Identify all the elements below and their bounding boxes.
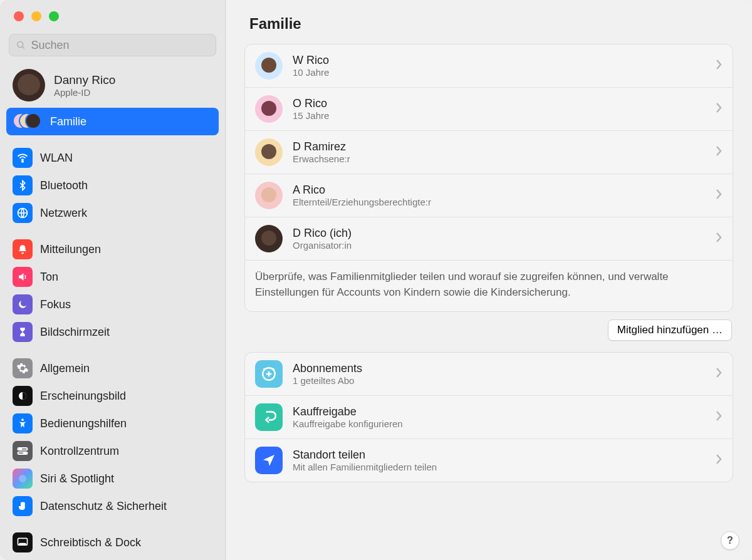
sidebar-item-screentime[interactable]: Bildschirmzeit — [6, 318, 219, 346]
sidebar-item-label: Erscheinungsbild — [40, 390, 126, 403]
member-sub: Erwachsene:r — [293, 153, 705, 164]
chevron-right-icon — [715, 189, 723, 202]
sidebar-item-label: Netzwerk — [40, 207, 87, 220]
add-member-button[interactable]: Mitglied hinzufügen … — [608, 319, 732, 341]
sidebar-item-appearance[interactable]: Erscheinungsbild — [6, 382, 219, 410]
siri-icon — [13, 469, 33, 489]
family-members-panel: W Rico 10 Jahre O Rico 15 Jahre D Ramire — [244, 44, 733, 312]
sidebar-item-label: Schreibtisch & Dock — [40, 536, 141, 549]
svg-line-1 — [22, 46, 24, 48]
sidebar-item-wlan[interactable]: WLAN — [6, 144, 219, 172]
sidebar-item-label: Bedienungshilfen — [40, 417, 127, 430]
sidebar-item-bluetooth[interactable]: Bluetooth — [6, 172, 219, 199]
svg-point-5 — [21, 418, 24, 421]
search-icon — [16, 39, 26, 51]
member-sub: Organisator:in — [293, 240, 705, 251]
help-button[interactable]: ? — [721, 531, 739, 550]
member-name: A Rico — [293, 184, 705, 197]
svg-rect-12 — [19, 544, 26, 545]
sidebar-item-general[interactable]: Allgemein — [6, 355, 219, 382]
member-name: D Rico (ich) — [293, 227, 705, 240]
feature-title: Abonnements — [293, 362, 705, 375]
svg-point-10 — [19, 475, 26, 482]
member-name: W Rico — [293, 54, 705, 67]
wifi-icon — [13, 148, 33, 168]
close-window-button[interactable] — [14, 11, 24, 21]
chevron-right-icon — [715, 454, 723, 467]
account-sublabel: Apple-ID — [54, 87, 115, 98]
family-avatars-icon — [13, 111, 43, 132]
sidebar-item-label: WLAN — [40, 152, 73, 165]
feature-row-purchase-sharing[interactable]: Kauffreigabe Kauffreigabe konfigurieren — [245, 396, 733, 439]
chevron-right-icon — [715, 59, 723, 73]
maximize-window-button[interactable] — [49, 11, 59, 21]
location-icon — [255, 447, 283, 474]
purchase-sharing-icon — [255, 403, 283, 431]
chevron-right-icon — [715, 410, 723, 424]
chevron-right-icon — [715, 102, 723, 116]
main-content: Familie W Rico 10 Jahre O Rico 15 Jahre — [226, 0, 752, 560]
svg-point-2 — [22, 161, 23, 162]
speaker-icon — [13, 267, 33, 287]
feature-sub: 1 geteiltes Abo — [293, 375, 705, 386]
sidebar-item-network[interactable]: Netzwerk — [6, 199, 219, 227]
gear-icon — [13, 358, 33, 378]
member-avatar — [255, 182, 283, 209]
feature-title: Kauffreigabe — [293, 405, 705, 418]
feature-row-location-sharing[interactable]: Standort teilen Mit allen Familienmitgli… — [245, 439, 733, 482]
sliders-icon — [13, 441, 33, 461]
search-field[interactable] — [9, 34, 216, 56]
account-name: Danny Rico — [54, 73, 115, 87]
bell-icon — [13, 239, 33, 259]
minimize-window-button[interactable] — [31, 11, 41, 21]
sidebar-item-label: Fokus — [40, 298, 71, 311]
bluetooth-icon — [13, 175, 33, 195]
family-member-row[interactable]: W Rico 10 Jahre — [245, 44, 733, 88]
sidebar-item-sound[interactable]: Ton — [6, 263, 219, 291]
family-members-footer-text: Überprüfe, was Familienmitglieder teilen… — [245, 261, 733, 311]
member-avatar — [255, 225, 283, 252]
sidebar-item-family[interactable]: Familie — [6, 108, 219, 135]
sidebar-item-label: Siri & Spotlight — [40, 472, 114, 485]
sidebar-item-desktop-dock[interactable]: Schreibtisch & Dock — [6, 529, 219, 556]
svg-point-9 — [24, 452, 26, 454]
chevron-right-icon — [715, 145, 723, 159]
family-member-row[interactable]: D Ramirez Erwachsene:r — [245, 131, 733, 174]
sidebar-item-label: Ton — [40, 271, 58, 284]
sidebar-item-siri[interactable]: Siri & Spotlight — [6, 465, 219, 492]
sidebar-item-label: Familie — [50, 115, 86, 128]
moon-icon — [13, 294, 33, 314]
feature-sub: Mit allen Familienmitgliedern teilen — [293, 462, 705, 472]
svg-point-0 — [18, 41, 23, 47]
member-sub: 15 Jahre — [293, 110, 705, 121]
feature-row-subscriptions[interactable]: Abonnements 1 geteiltes Abo — [245, 353, 733, 396]
chevron-right-icon — [715, 232, 723, 246]
sidebar-item-notifications[interactable]: Mitteilungen — [6, 236, 219, 263]
system-settings-window: Danny Rico Apple-ID Familie WLAN — [0, 0, 752, 560]
dock-icon — [13, 532, 33, 552]
sidebar-item-apple-id[interactable]: Danny Rico Apple-ID — [0, 63, 225, 108]
sidebar-item-label: Mitteilungen — [40, 243, 101, 256]
page-title: Familie — [244, 15, 733, 33]
sidebar-item-privacy[interactable]: Datenschutz & Sicherheit — [6, 492, 219, 520]
family-member-row[interactable]: O Rico 15 Jahre — [245, 88, 733, 131]
member-sub: 10 Jahre — [293, 67, 705, 78]
family-member-row[interactable]: D Rico (ich) Organisator:in — [245, 217, 733, 261]
window-controls — [0, 0, 225, 30]
member-name: O Rico — [293, 97, 705, 110]
svg-point-8 — [19, 448, 21, 450]
globe-icon — [13, 203, 33, 223]
sidebar-item-control-center[interactable]: Kontrollzentrum — [6, 437, 219, 465]
subscriptions-icon — [255, 360, 283, 388]
member-avatar — [255, 138, 283, 166]
appearance-icon — [13, 386, 33, 406]
help-label: ? — [727, 535, 733, 546]
sidebar-item-accessibility[interactable]: Bedienungshilfen — [6, 410, 219, 437]
chevron-right-icon — [715, 367, 723, 381]
family-member-row[interactable]: A Rico Elternteil/Erziehungsberechtigte:… — [245, 174, 733, 217]
search-input[interactable] — [31, 39, 209, 52]
sidebar-item-label: Kontrollzentrum — [40, 445, 119, 458]
sidebar-item-label: Bildschirmzeit — [40, 326, 110, 339]
sidebar-item-focus[interactable]: Fokus — [6, 291, 219, 318]
member-name: D Ramirez — [293, 140, 705, 153]
